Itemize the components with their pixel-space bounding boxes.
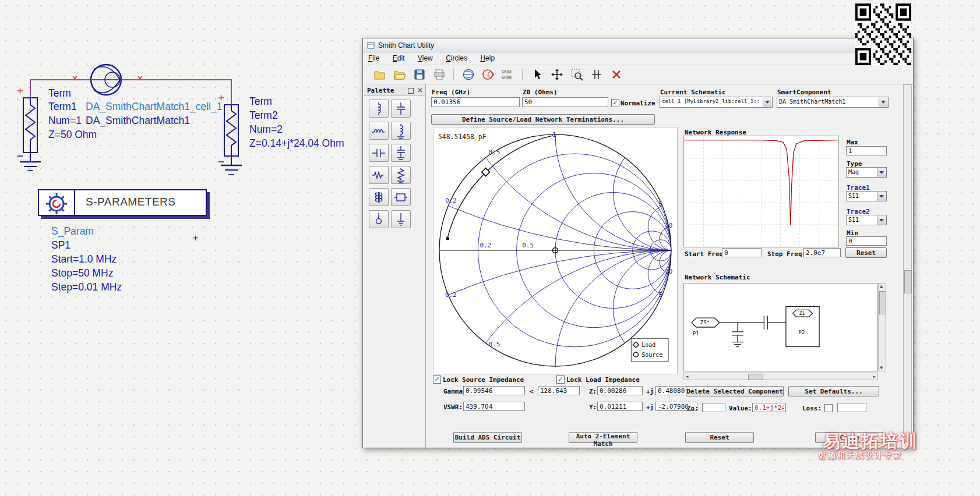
data-display-tool-icon[interactable]: GROXGROB	[500, 67, 515, 82]
palette-open-stub[interactable]	[369, 210, 389, 228]
window-vscroll-thumb[interactable]	[904, 270, 912, 293]
path-start-marker[interactable]	[446, 237, 449, 240]
zo-input[interactable]	[702, 403, 725, 412]
smart-component-combo[interactable]: DA_SmithChartMatch1	[777, 97, 889, 108]
titlebar[interactable]: Smith Chart Utility	[363, 38, 913, 52]
zs-label: ZS*	[700, 320, 710, 325]
smith-chart-utility-window: Smith Chart Utility File Edit View Circl…	[362, 38, 914, 448]
scroll-down-icon[interactable]: ▼	[880, 366, 883, 370]
circles-tool-icon[interactable]	[481, 67, 495, 82]
define-terminations-button[interactable]: Define Source/Load Network Terminations.…	[431, 114, 655, 125]
term1-z-label: Z=50 Ohm	[48, 129, 97, 141]
netschem-vscrollbar[interactable]: ▲ ▼	[878, 283, 886, 371]
current-schematic-combo[interactable]: cell_1 [MyLibrary2_lib:cell_1::	[660, 97, 773, 108]
chevron-down-icon[interactable]	[763, 97, 772, 107]
loss-checkbox[interactable]	[824, 404, 833, 412]
delete-tool-icon[interactable]	[609, 67, 623, 82]
save-icon[interactable]	[412, 67, 426, 82]
lock-source-checkbox[interactable]: ✓	[433, 375, 441, 384]
freq-input[interactable]	[431, 97, 520, 107]
palette-shorted-stub[interactable]	[391, 210, 411, 228]
normalize-checkbox[interactable]: ✓	[611, 99, 619, 107]
loss-input[interactable]	[837, 403, 866, 412]
palette-shunt-resistor-grounded[interactable]	[391, 166, 411, 184]
menubar: File Edit View Circles Help	[363, 52, 913, 65]
type-combo[interactable]: Mag	[846, 167, 887, 178]
pointer-tool-icon[interactable]	[530, 67, 544, 82]
window-title: Smith Chart Utility	[378, 41, 434, 49]
palette-header[interactable]: Palette ×	[364, 86, 425, 96]
print-icon[interactable]	[432, 67, 446, 82]
hscroll-thumb[interactable]	[748, 374, 763, 380]
menu-help[interactable]: Help	[475, 52, 500, 64]
chevron-down-icon[interactable]	[877, 215, 886, 225]
min-input[interactable]	[846, 236, 887, 246]
smith-chart-area[interactable]: 548.51458 pF 1 0.5 0.2 0.2 0.5 5 10 10 5…	[433, 127, 678, 374]
sp-gear-icon	[39, 192, 74, 215]
move-tool-icon[interactable]	[549, 67, 564, 82]
toolbar-separator	[522, 69, 523, 80]
scroll-left-icon[interactable]: ◄	[685, 374, 688, 379]
term2-symbol[interactable]	[218, 105, 242, 175]
sp-step-label: Step=0.01 MHz	[51, 281, 122, 293]
trace1-combo[interactable]: S11	[846, 191, 887, 201]
menu-edit[interactable]: Edit	[387, 52, 410, 64]
z-real-input[interactable]	[597, 386, 643, 395]
y-real-input[interactable]	[597, 402, 643, 411]
start-freq-input[interactable]	[722, 248, 762, 257]
palette-shunt-capacitor[interactable]	[391, 100, 411, 118]
open-folder-icon[interactable]	[372, 67, 387, 82]
z0-input[interactable]	[522, 97, 608, 107]
palette-close-icon[interactable]: ×	[417, 86, 423, 94]
menu-circles[interactable]: Circles	[440, 52, 473, 64]
chevron-down-icon[interactable]	[877, 168, 886, 177]
window-vscrollbar[interactable]	[903, 84, 912, 447]
folder-open-icon[interactable]	[392, 67, 407, 82]
palette-transformer[interactable]	[369, 188, 389, 206]
smith-label: 0.5	[489, 148, 500, 156]
chevron-down-icon[interactable]	[877, 192, 886, 201]
menu-view[interactable]: View	[413, 52, 438, 64]
set-defaults-button[interactable]: Set Defaults...	[788, 386, 879, 396]
palette-dock-icon[interactable]	[408, 88, 414, 94]
value-input[interactable]	[752, 403, 786, 412]
sp-title: S-PARAMETERS	[86, 196, 176, 208]
measure-tool-icon[interactable]	[589, 67, 604, 82]
sp-stop-label: Stop=50 MHz	[51, 267, 114, 279]
smith-chart-tool-icon[interactable]	[461, 67, 475, 82]
delete-selected-component-button[interactable]: Delete Selected Component	[686, 386, 784, 396]
palette-series-resistor[interactable]	[369, 166, 389, 184]
palette-series-inductor[interactable]	[369, 122, 389, 140]
term1-symbol[interactable]	[17, 98, 41, 171]
palette-shunt-inductor-grounded[interactable]	[391, 122, 411, 140]
network-schematic-panel[interactable]: ZS* P1 ZL P2	[683, 283, 878, 371]
smith-match-component[interactable]	[91, 65, 121, 95]
scroll-right-icon[interactable]: ►	[873, 374, 876, 379]
match-path-arc	[447, 136, 553, 238]
chevron-down-icon[interactable]	[879, 97, 888, 107]
vscroll-thumb[interactable]	[879, 291, 886, 314]
s-parameters-block[interactable]: S-PARAMETERS	[38, 189, 207, 216]
network-response-plot[interactable]	[683, 136, 839, 247]
trace2-combo[interactable]: S11	[846, 215, 887, 225]
lock-load-checkbox[interactable]: ✓	[556, 375, 565, 384]
reset-button[interactable]: Reset	[685, 432, 754, 443]
palette-shunt-inductor[interactable]	[369, 100, 389, 118]
zoom-area-tool-icon[interactable]	[569, 67, 584, 82]
max-input[interactable]	[846, 146, 887, 155]
response-reset-button[interactable]: Reset	[845, 247, 887, 258]
cursor-cross: +	[193, 233, 198, 243]
vswr-input[interactable]	[463, 402, 525, 411]
scroll-up-icon[interactable]: ▲	[880, 284, 883, 289]
gamma-mag-input[interactable]	[463, 386, 525, 395]
netschem-hscrollbar[interactable]: ◄ ►	[683, 373, 878, 380]
gamma-angle-input[interactable]	[538, 386, 580, 395]
stop-freq-input[interactable]	[803, 248, 841, 257]
palette-series-component[interactable]	[391, 188, 411, 206]
palette-series-capacitor[interactable]	[369, 144, 389, 162]
smith-label: 0.5	[489, 341, 500, 348]
menu-file[interactable]: File	[363, 52, 385, 64]
build-ads-circuit-button[interactable]: Build ADS Circuit	[453, 432, 522, 443]
palette-shunt-capacitor-grounded[interactable]	[391, 144, 411, 162]
auto-2-element-match-button[interactable]: Auto 2-Element Match	[569, 432, 637, 443]
